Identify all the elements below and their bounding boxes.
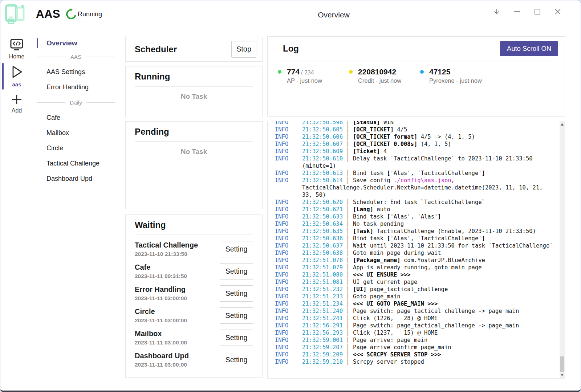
log-segment: Click (1226, 28) @ HOME xyxy=(353,315,438,322)
log-header-card: Log Auto Scroll ON 774/ 234AP - just now… xyxy=(267,36,565,117)
log-level: INFO xyxy=(275,278,302,286)
log-entry: INFO21:32:50.606 │ [OCR_TICKET format] 4… xyxy=(268,133,565,140)
setting-button-cafe[interactable]: Setting xyxy=(220,263,253,279)
log-message: 21:32:50.633 │ Bind task ['Alas', 'Alas'… xyxy=(302,213,554,220)
app-logo-icon xyxy=(5,3,28,25)
waiting-task-info: Cafe2023-11-11 00:31:50 xyxy=(135,263,187,279)
waiting-task-next-run: 2023-11-11 03:00:00 xyxy=(135,339,187,346)
sidebar-item-cafe[interactable]: Cafe xyxy=(33,110,119,125)
log-level: INFO xyxy=(275,242,302,249)
log-level: INFO xyxy=(275,293,302,300)
log-entry: INFO21:32:50.635 │ [Task] TacticalChalle… xyxy=(268,228,565,235)
maximize-button[interactable] xyxy=(533,8,541,16)
log-entry: INFO21:32:50.620 │ Scheduler: End task `… xyxy=(268,199,565,206)
sidebar-item-aas-settings[interactable]: AAS Settings xyxy=(33,64,119,79)
log-level: INFO xyxy=(275,307,302,315)
sidebar-item-overview[interactable]: Overview xyxy=(33,37,119,49)
log-level: INFO xyxy=(275,235,302,242)
rail-item-aas[interactable]: aas xyxy=(0,64,33,87)
waiting-task-name: Dashboard Upd xyxy=(135,352,189,360)
stat-value: 47125 xyxy=(429,68,450,76)
waiting-row-mailbox: Mailbox2023-11-11 03:00:00Setting xyxy=(126,327,262,349)
divider xyxy=(135,234,253,235)
log-segment: Scrcpy server stopped xyxy=(353,359,424,365)
log-level: INFO xyxy=(275,249,302,257)
rail-item-add[interactable]: Add xyxy=(0,93,33,114)
log-entry: INFO21:32:50.614 │ Save config ./config\… xyxy=(268,177,565,199)
stat-ap: 774/ 234AP - just now xyxy=(278,68,349,84)
log-level: INFO xyxy=(275,206,302,213)
setting-button-mailbox[interactable]: Setting xyxy=(220,330,253,346)
log-timestamp: 21:32:56.293 xyxy=(302,330,343,336)
log-separator: │ xyxy=(343,330,353,336)
maximize-icon xyxy=(533,8,541,16)
log-entry: INFO21:32:50.607 │ [OCR_TICKET 0.008s] (… xyxy=(268,140,565,148)
log-segment: Wait until 2023-11-10 21:33:50 for task … xyxy=(353,242,553,249)
waiting-task-next-run: 2023-11-11 03:00:00 xyxy=(135,295,187,302)
scrollbar-thumb[interactable] xyxy=(560,356,564,372)
log-message: 21:32:50.613 │ Bind task ['Alas', 'Tacti… xyxy=(302,170,554,177)
stop-button[interactable]: Stop xyxy=(231,41,256,58)
sidebar-item-mailbox[interactable]: Mailbox xyxy=(33,125,119,140)
log-segment: ./config\aas.json xyxy=(394,177,451,184)
log-level: INFO xyxy=(275,336,302,344)
scrollbar-up-icon[interactable] xyxy=(561,123,564,126)
log-entry: INFO21:32:50.638 │ Goto main page during… xyxy=(268,249,565,257)
log-segment: [UI] xyxy=(353,286,366,293)
log-entry: INFO21:32:56.293 │ Click (1237, 15) @ HO… xyxy=(268,329,565,336)
log-separator: │ xyxy=(343,264,353,271)
setting-button-tactical-challenge[interactable]: Setting xyxy=(220,241,253,257)
log-entry: INFO21:32:51.234 │ <<< UI GOTO PAGE_MAIN… xyxy=(268,300,565,307)
log-segment: [OCR_TICKET 0.008s] xyxy=(353,141,417,147)
log-lines: INFO21:32:50.598 │ [Status] WININFO21:32… xyxy=(268,121,565,366)
stat-text: 774/ 234AP - just now xyxy=(287,68,322,84)
sidebar-item-tactical-challenge[interactable]: Tactical Challenge xyxy=(33,156,119,171)
pending-empty-text: No Task xyxy=(126,148,262,156)
log-timestamp: 21:32:50.634 xyxy=(302,221,343,227)
titlebar: AAS Running Overview xyxy=(0,0,581,29)
log-level: INFO xyxy=(275,140,302,148)
log-segment: WIN xyxy=(380,121,394,126)
scrollbar-down-icon[interactable] xyxy=(561,374,564,376)
hide-to-tray-button[interactable] xyxy=(493,8,501,16)
close-button[interactable] xyxy=(554,8,562,16)
setting-button-error-handling[interactable]: Setting xyxy=(220,285,253,302)
waiting-task-info: Dashboard Upd2023-11-11 03:00:00 xyxy=(135,352,189,368)
log-timestamp: 21:32:51.080 xyxy=(302,271,343,278)
auto-scroll-button[interactable]: Auto Scroll ON xyxy=(500,41,558,56)
log-stats: 774/ 234AP - just now220810942Credit - j… xyxy=(278,68,565,84)
log-separator: │ xyxy=(343,286,353,293)
sidebar-group-divider: AAS xyxy=(33,49,119,64)
log-segment: 4 xyxy=(380,148,387,155)
setting-button-circle[interactable]: Setting xyxy=(220,307,253,324)
log-entry: INFO21:32:50.613 │ Bind task ['Alas', 'T… xyxy=(268,170,565,177)
running-card: Running No Task xyxy=(125,66,263,117)
sidebar-item-circle[interactable]: Circle xyxy=(33,140,119,156)
log-segment: [Package_name] xyxy=(353,257,401,264)
stat-value-row: 220810942 xyxy=(358,68,401,76)
sidebar-item-dashboard-upd[interactable]: Dashboard Upd xyxy=(33,171,119,186)
log-segment: ] xyxy=(482,235,485,242)
minimize-button[interactable] xyxy=(513,8,521,16)
log-message: 21:32:50.637 │ Wait until 2023-11-10 21:… xyxy=(302,242,554,249)
rail-item-home[interactable]: Home xyxy=(0,38,33,60)
log-view-card[interactable]: INFO21:32:50.598 │ [Status] WININFO21:32… xyxy=(267,121,565,379)
log-segment: Goto main page during wait xyxy=(353,250,441,256)
log-segment: page_tactical_challenge xyxy=(366,286,448,293)
rail-label-add: Add xyxy=(12,107,22,114)
log-segment: Save config xyxy=(353,177,394,184)
log-scrollbar[interactable] xyxy=(560,121,565,378)
sidebar-groups: AASAAS SettingsError HandlingDailyCafeMa… xyxy=(33,49,119,186)
stat-value-row: 47125 xyxy=(429,68,482,76)
log-message: 21:32:51.240 │ Page switch: page_tactica… xyxy=(302,307,554,315)
log-message: 21:32:51.079 │ App is already running, g… xyxy=(302,264,554,271)
waiting-list: Tactical Challenge2023-11-10 21:33:50Set… xyxy=(126,238,262,371)
setting-button-dashboard-upd[interactable]: Setting xyxy=(220,352,253,368)
waiting-row-cafe: Cafe2023-11-11 00:31:50Setting xyxy=(126,260,262,282)
down-arrow-icon xyxy=(493,8,501,16)
log-separator: │ xyxy=(343,126,353,133)
log-level: INFO xyxy=(275,170,302,177)
waiting-row-tactical-challenge: Tactical Challenge2023-11-10 21:33:50Set… xyxy=(126,238,262,260)
sidebar-item-error-handling[interactable]: Error Handling xyxy=(33,79,119,95)
waiting-task-name: Tactical Challenge xyxy=(135,241,198,249)
